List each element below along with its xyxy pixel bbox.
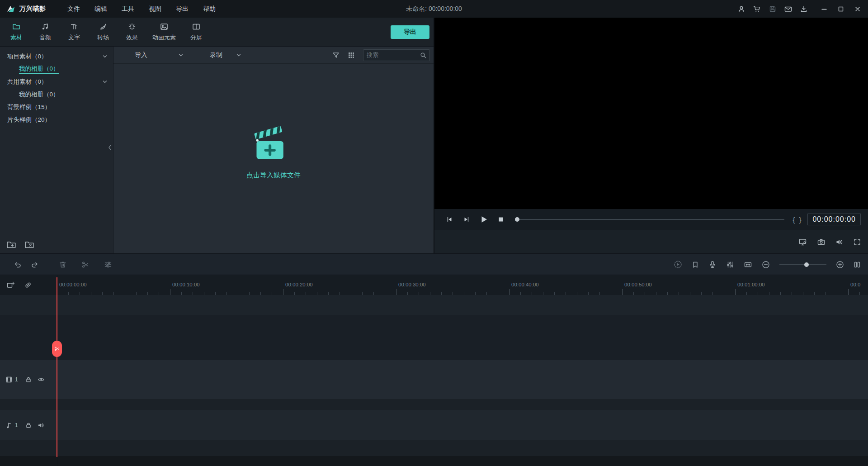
tab-media[interactable]: 素材 bbox=[2, 23, 31, 42]
voiceover-mic-icon[interactable] bbox=[708, 261, 717, 269]
playback-bar: { } 00:00:00:00 bbox=[434, 209, 868, 230]
timeline-strip bbox=[0, 440, 868, 456]
export-button[interactable]: 导出 bbox=[391, 25, 429, 39]
tab-text[interactable]: 文字 bbox=[60, 23, 89, 42]
folder-delete-icon[interactable] bbox=[24, 240, 34, 249]
mark-in-icon[interactable]: { bbox=[793, 216, 795, 223]
split-scissors-icon[interactable] bbox=[81, 261, 90, 269]
zoom-slider-handle[interactable] bbox=[804, 262, 809, 267]
media-panel: 导入 录制 bbox=[113, 47, 434, 253]
ruler-label: 00:00:30:00 bbox=[398, 282, 426, 287]
maximize-icon[interactable] bbox=[838, 6, 844, 12]
next-frame-icon[interactable] bbox=[458, 216, 475, 223]
audio-track-lane[interactable]: 1 bbox=[0, 410, 868, 440]
tab-elements[interactable]: 动画元素 bbox=[146, 23, 182, 42]
sidebar-item-my-album[interactable]: 我的相册（0） bbox=[0, 63, 113, 76]
sidebar-item-intro-samples[interactable]: 片头样例（20） bbox=[0, 114, 113, 126]
delete-icon[interactable] bbox=[59, 261, 67, 269]
playhead[interactable] bbox=[57, 277, 57, 457]
menu-view[interactable]: 视图 bbox=[142, 0, 169, 18]
grid-view-icon[interactable] bbox=[348, 52, 355, 59]
zoom-out-icon[interactable] bbox=[762, 261, 770, 269]
add-to-track-icon[interactable] bbox=[6, 281, 15, 289]
sidebar-item-background-samples[interactable]: 背景样例（15） bbox=[0, 101, 113, 114]
timeline-ruler[interactable]: 00:00:00:00 00:00:10:00 00:00:20:00 00:0… bbox=[0, 275, 868, 295]
menu-file[interactable]: 文件 bbox=[60, 0, 87, 18]
mark-out-icon[interactable]: } bbox=[799, 216, 801, 223]
music-icon bbox=[41, 23, 49, 31]
mark-in-out: { } bbox=[793, 216, 801, 223]
play-icon[interactable] bbox=[475, 215, 492, 224]
library-sidebar: 项目素材（0） 我的相册（0） 共用素材（0） 我的相册（0） 背景样例（15） bbox=[0, 47, 113, 253]
previous-frame-icon[interactable] bbox=[441, 216, 458, 223]
effects-icon bbox=[128, 23, 136, 31]
import-media-dropzone[interactable]: 点击导入媒体文件 bbox=[113, 64, 434, 253]
menu-tools[interactable]: 工具 bbox=[114, 0, 142, 18]
download-icon[interactable] bbox=[800, 5, 807, 13]
menu-export[interactable]: 导出 bbox=[169, 0, 196, 18]
menu-help[interactable]: 帮助 bbox=[196, 0, 223, 18]
sidebar-item-my-album-shared[interactable]: 我的相册（0） bbox=[0, 88, 113, 101]
link-icon[interactable] bbox=[24, 281, 32, 289]
sidebar-item-project-media[interactable]: 项目素材（0） bbox=[0, 50, 113, 63]
import-dropdown[interactable]: 导入 bbox=[135, 51, 184, 59]
marker-icon[interactable] bbox=[692, 261, 699, 268]
properties-icon[interactable] bbox=[104, 261, 112, 269]
menubar: 文件 编辑 工具 视图 导出 帮助 bbox=[60, 0, 223, 18]
tab-transitions[interactable]: 转场 bbox=[89, 23, 118, 42]
timeline-toolbar bbox=[0, 253, 868, 275]
chevron-down-icon[interactable] bbox=[102, 54, 108, 59]
playhead-split-handle[interactable] bbox=[52, 341, 62, 357]
video-track-icon bbox=[5, 376, 13, 383]
close-icon[interactable] bbox=[854, 6, 861, 12]
fit-timeline-icon[interactable] bbox=[744, 261, 752, 269]
lock-icon[interactable] bbox=[25, 376, 32, 383]
redo-icon[interactable] bbox=[31, 261, 39, 269]
mail-icon[interactable] bbox=[784, 5, 792, 13]
seek-handle[interactable] bbox=[515, 217, 519, 222]
window-controls bbox=[821, 6, 868, 12]
audio-mixer-icon[interactable] bbox=[726, 261, 734, 269]
sidebar-collapse-icon[interactable] bbox=[108, 144, 112, 151]
preview-timecode: 00:00:00:00 bbox=[807, 214, 861, 225]
render-preview-icon[interactable] bbox=[674, 260, 682, 269]
snapshot-icon[interactable] bbox=[817, 238, 826, 246]
folder-add-icon[interactable] bbox=[6, 240, 16, 249]
lock-icon[interactable] bbox=[25, 422, 32, 428]
zoom-in-icon[interactable] bbox=[836, 261, 844, 269]
volume-icon[interactable] bbox=[835, 238, 844, 246]
tab-elements-label: 动画元素 bbox=[152, 33, 176, 42]
display-settings-icon[interactable] bbox=[798, 238, 807, 246]
fullscreen-icon[interactable] bbox=[854, 238, 861, 246]
user-icon[interactable] bbox=[738, 5, 745, 13]
record-dropdown[interactable]: 录制 bbox=[210, 51, 241, 59]
ruler-label: 00:00:50:00 bbox=[624, 282, 652, 287]
timeline-strip bbox=[0, 295, 868, 315]
timeline-bottom-strip bbox=[0, 456, 868, 466]
zoom-slider[interactable] bbox=[779, 264, 826, 265]
search-icon[interactable] bbox=[420, 52, 426, 58]
search-input[interactable] bbox=[367, 52, 417, 58]
undo-icon[interactable] bbox=[14, 261, 22, 269]
video-track-lane[interactable]: 1 bbox=[0, 360, 868, 399]
minimize-icon[interactable] bbox=[821, 6, 827, 12]
chevron-down-icon bbox=[236, 52, 241, 58]
clapperboard-icon bbox=[252, 124, 295, 163]
eye-icon[interactable] bbox=[38, 376, 45, 383]
mute-speaker-icon[interactable] bbox=[38, 422, 45, 429]
sidebar-item-shared-media[interactable]: 共用素材（0） bbox=[0, 76, 113, 88]
save-icon[interactable] bbox=[769, 5, 776, 13]
tab-audio[interactable]: 音频 bbox=[31, 23, 60, 42]
seek-bar[interactable] bbox=[516, 219, 784, 220]
track-height-icon[interactable] bbox=[854, 261, 861, 268]
video-canvas[interactable] bbox=[434, 18, 868, 209]
menu-edit[interactable]: 编辑 bbox=[87, 0, 114, 18]
tab-effects-label: 效果 bbox=[126, 33, 138, 42]
filter-icon[interactable] bbox=[332, 52, 340, 59]
sidebar-item-label: 背景样例（15） bbox=[7, 103, 51, 111]
tab-split-screen[interactable]: 分屏 bbox=[182, 23, 211, 42]
chevron-down-icon[interactable] bbox=[102, 79, 108, 85]
tab-effects[interactable]: 效果 bbox=[118, 23, 146, 42]
cart-icon[interactable] bbox=[753, 5, 761, 13]
stop-icon[interactable] bbox=[492, 216, 509, 223]
